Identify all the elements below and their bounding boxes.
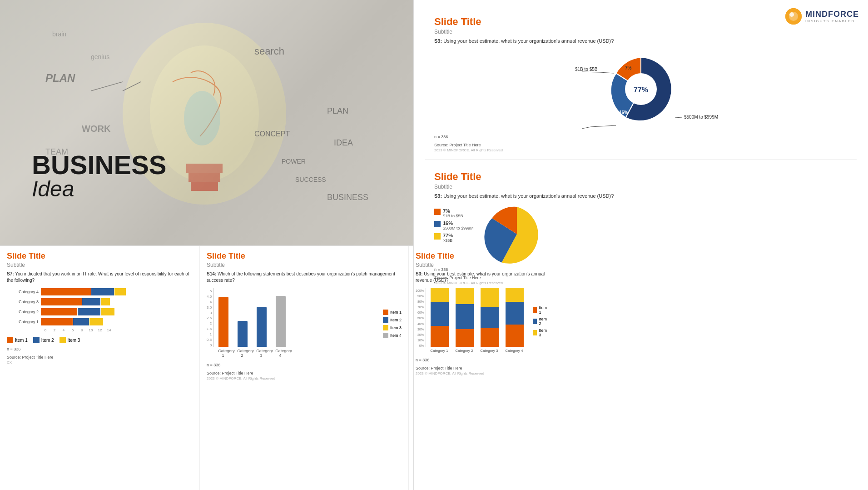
slide-4-question: S14: Which of the following statements b… [207,271,402,284]
slide-3-copyright: CX [7,360,193,365]
slide-1-copyright: 2023 © MINDFORCE. All Rights Reserved [434,148,852,152]
yaxis-4: 4 [207,300,212,304]
s4-legend-item3: Item 3 [383,325,402,330]
hbar-label-cat1: Category 1 [9,320,39,324]
s4-legend-label-2: Item 2 [390,318,402,322]
slide-1-chart: 77% $1B to $5B 7% $500M to $999M 16% >$5… [434,49,852,131]
hbar-seg-cat4-3 [114,288,126,295]
svg-text:$500M to $999M: $500M to $999M [684,115,718,120]
svg-text:SUCCESS: SUCCESS [295,176,326,183]
legend-label-3: Item 3 [68,338,80,343]
slide-2-q-prefix: S3: [434,193,442,199]
slide-3-question: S7: You indicated that you work in an IT… [7,271,193,284]
legend-entry-3: 77% >$5B [434,233,474,243]
slide-5-q-text: Using your best estimate, what is your o… [416,271,545,283]
svg-rect-17 [186,164,223,173]
sbar-cat3-red [481,328,499,347]
svg-text:POWER: POWER [282,158,306,165]
slide-4-title: Slide Title [207,251,402,261]
mindforce-logo: mindforce INSIGHTS ENABLED [785,8,859,25]
hbar-seg-cat3-2 [82,298,100,305]
slide-4-n: n = 336 [207,363,402,367]
sbar-y-100: 100% [416,289,424,292]
svg-text:IDEA: IDEA [334,138,353,147]
legend-entry-1: 7% $1B to $5B [434,208,474,218]
svg-text:genius: genius [91,53,109,60]
yaxis-3: 3 [207,311,212,315]
page: PLAN search PLAN BUSINESS brain genius W… [0,0,868,490]
vbar-xlabel-2: Category 2 [237,349,247,358]
hbar-seg-cat3-1 [41,298,82,305]
hbar-xaxis: 0 2 4 6 8 10 12 14 [9,328,193,332]
mindforce-icon [785,8,802,25]
vbar-cat4-bar [276,296,286,347]
legend-color-blue [434,221,441,227]
legend-entry-2: 16% $500M to $999M [434,220,474,230]
slide-1-q-prefix: S3: [434,38,442,44]
svg-text:77%: 77% [634,86,648,94]
svg-text:PLAN: PLAN [45,72,75,84]
legend-item3: Item 3 [60,337,80,343]
sbar-xlabels: Category 1 Category 2 Category 3 Categor… [426,347,528,354]
hbar-row-cat2: Category 2 [9,308,193,315]
sbar-y-70: 70% [416,305,424,309]
sbar-cat4-red [506,325,524,347]
slide-4-legend: Item 1 Item 2 Item 3 Item 4 [383,288,402,359]
svg-text:7%: 7% [625,65,632,70]
legend-item1: Item 1 [7,337,28,343]
sbar-cat3-yellow [481,288,499,307]
sbar-yaxis: 100% 90% 80% 70% 60% 50% 40% 30% 20% 10%… [416,288,426,347]
mindforce-text-group: mindforce INSIGHTS ENABLED [805,10,859,23]
sbar-cat3 [481,288,499,347]
s5-legend-color-3 [533,330,537,335]
vbar-xlabels: Category 1 Category 2 Category 3 Categor… [213,347,378,359]
legend-desc-3: >$5B [443,238,453,243]
slide-3-subtitle: Subtitle [7,262,193,268]
sbar-cat2-yellow [456,288,474,304]
hero-idea-text: Idea [32,178,167,200]
slide-1-question: S3: Using your best estimate, what is yo… [434,38,852,45]
sbar-cat1-blue [431,302,449,326]
legend-desc-2: $500M to $999M [443,226,474,230]
hbar-segments-cat1 [41,318,103,325]
sbar-cat1 [431,288,449,347]
yaxis-1: 1 [207,332,212,336]
slide-4-chart: 5 4.5 4 3.5 3 2.5 2 1.5 1 0.5 0 [207,288,402,359]
doodle-background: PLAN search PLAN BUSINESS brain genius W… [0,0,413,245]
hero-image-area: PLAN search PLAN BUSINESS brain genius W… [0,0,413,245]
hbar-seg-cat2-2 [78,308,100,315]
hbar-seg-cat2-1 [41,308,77,315]
donut-chart-svg: 77% $1B to $5B 7% $500M to $999M 16% >$5… [541,50,745,130]
hbar-seg-cat4-2 [91,288,114,295]
legend-color-3 [60,337,66,343]
slide-1-n: n = 336 [434,135,852,139]
sbar-y-10: 10% [416,339,424,342]
hbar-label-cat4: Category 4 [9,290,39,294]
s5-legend-item3: Item 3 [533,328,548,337]
sbar-y-20: 20% [416,333,424,336]
legend-desc-1: $1B to $5B [443,214,463,218]
hbar-seg-cat4-1 [41,288,91,295]
xaxis-10: 10 [86,328,95,332]
legend-pct-2: 16% [443,220,474,226]
hbar-seg-cat3-3 [101,298,110,305]
hbar-row-cat4: Category 4 [9,288,193,295]
vbar-cat1-bar [218,297,228,347]
vbar-xlabel-1: Category 1 [218,349,228,358]
sbar-cat4-yellow [506,288,524,302]
svg-rect-19 [191,182,218,191]
yaxis-05: 0.5 [207,338,212,342]
xaxis-2: 2 [50,328,59,332]
slide-2-legend: 7% $1B to $5B 16% $500M to $999M [434,208,474,243]
s5-legend-color-1 [533,307,537,313]
slide-4-subtitle: Subtitle [207,262,402,268]
slide-3-q-text: You indicated that you work in an IT rol… [7,271,189,283]
s4-legend-label-4: Item 4 [390,333,402,338]
svg-text:BUSINESS: BUSINESS [327,193,368,202]
sbar-cat2-blue [456,304,474,329]
legend-pct-1: 7% [443,208,463,214]
slide-5-legend: Item 1 Item 2 Item 3 [533,288,548,354]
slide-4-copyright: 2023 © MINDFORCE. All Rights Reserved [207,376,402,380]
vbar-cat2 [238,321,248,347]
slide-3-n: n = 336 [7,347,193,351]
